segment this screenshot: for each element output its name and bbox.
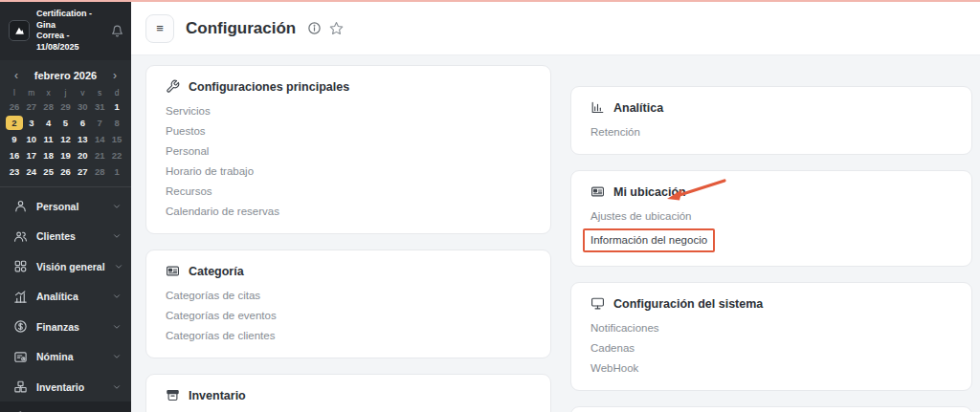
card-header: Inventario	[166, 388, 531, 402]
card-link[interactable]: Recursos	[166, 182, 531, 202]
card-link[interactable]: Servicios	[166, 101, 531, 121]
calendar-day[interactable]: 15	[108, 132, 125, 146]
calendar-day[interactable]: 26	[57, 164, 75, 179]
calendar-day[interactable]: 17	[23, 148, 40, 163]
calendar-month-label: febrero 2026	[34, 70, 97, 81]
calendar-day[interactable]: 30	[74, 99, 91, 114]
calendar-day[interactable]: 4	[40, 116, 57, 130]
calendar-day[interactable]: 31	[91, 99, 108, 114]
card-icon	[590, 184, 605, 199]
calendar-day[interactable]: 27	[74, 164, 91, 179]
sidebar-item-finanzas[interactable]: Finanzas	[0, 312, 131, 342]
calendar-day[interactable]: 3	[23, 116, 40, 130]
calendar-day[interactable]: 11	[40, 132, 57, 146]
info-icon[interactable]	[307, 21, 322, 35]
card-link[interactable]: Notificaciones	[590, 318, 952, 338]
sidebar-item-inventario[interactable]: Inventario	[0, 372, 131, 402]
calendar-day[interactable]: 19	[57, 148, 75, 163]
payroll-icon	[13, 350, 28, 364]
card-link[interactable]: Categorías de clientes	[166, 326, 531, 346]
sidebar-item-label: Analítica	[36, 291, 103, 302]
calendar-day[interactable]: 26	[6, 99, 23, 114]
chevron-down-icon	[112, 231, 122, 241]
brand-logo-icon	[9, 20, 30, 41]
calendar-day[interactable]: 27	[23, 99, 40, 114]
chevron-down-icon	[114, 262, 123, 271]
top-bar: ≡ Configuración	[131, 2, 980, 55]
card-link[interactable]: Ajustes de ubicación	[590, 206, 952, 227]
calendar-day[interactable]: 10	[23, 132, 40, 146]
card-analytics: AnalíticaRetención	[570, 86, 972, 155]
card-my-location: Mi ubicaciónAjustes de ubicaciónInformac…	[570, 170, 972, 267]
card-tools: Herramientas	[570, 406, 972, 412]
calendar-day[interactable]: 28	[40, 99, 57, 114]
card-link[interactable]: Cadenas	[590, 338, 952, 358]
card-link[interactable]: Retención	[590, 122, 952, 142]
card-link-highlighted[interactable]: Información del negocio	[583, 228, 715, 252]
calendar-day[interactable]: 13	[74, 132, 91, 146]
archive-icon	[166, 388, 180, 402]
card-link[interactable]: Categorías de eventos	[166, 306, 531, 326]
sidebar-item-nomina[interactable]: Nómina	[0, 341, 131, 372]
sidebar-item-reservas-en-linea[interactable]: Reservas en línea	[0, 401, 131, 412]
calendar-day[interactable]: 24	[23, 164, 40, 179]
calendar-day[interactable]: 20	[74, 148, 91, 163]
calendar-day[interactable]: 9	[6, 132, 23, 146]
app-window: Certification - Gina Correa - 11/08/2025…	[0, 0, 980, 412]
calendar-day[interactable]: 22	[108, 148, 125, 163]
calendar-day[interactable]: 1	[108, 164, 125, 179]
chevron-down-icon	[112, 322, 122, 332]
calendar-day[interactable]: 28	[91, 164, 108, 179]
card-header: Analítica	[590, 100, 952, 115]
mini-calendar: ‹ febrero 2026 › lmxjvsd 262728293031123…	[0, 60, 131, 187]
card-link[interactable]: Horario de trabajo	[166, 162, 531, 182]
calendar-dow-label: x	[40, 88, 57, 98]
card-title: Inventario	[189, 389, 246, 402]
calendar-day[interactable]: 18	[40, 148, 57, 163]
calendar-day[interactable]: 7	[91, 116, 108, 130]
card-link-list: Retención	[590, 122, 952, 142]
calendar-day-selected[interactable]: 2	[6, 116, 23, 130]
calendar-day[interactable]: 5	[57, 116, 75, 130]
calendar-day-headers: lmxjvsd	[6, 88, 125, 98]
finance-icon	[13, 319, 28, 334]
right-column: AnalíticaRetenciónMi ubicaciónAjustes de…	[570, 86, 972, 412]
calendar-day[interactable]: 12	[57, 132, 75, 146]
card-link[interactable]: Calendario de reservas	[166, 202, 531, 222]
sidebar-nav: PersonalClientesVisión generalAnalíticaF…	[0, 187, 131, 412]
calendar-day[interactable]: 8	[108, 116, 125, 130]
calendar-day[interactable]: 14	[91, 132, 108, 146]
card-main-settings: Configuraciones principalesServiciosPues…	[145, 65, 551, 234]
card-icon	[166, 264, 180, 278]
sidebar-item-vision-general[interactable]: Visión general	[0, 251, 131, 282]
chevron-down-icon	[112, 292, 122, 301]
overview-grid-icon	[13, 259, 28, 273]
card-header: Configuración del sistema	[590, 296, 952, 311]
calendar-day[interactable]: 6	[74, 116, 91, 130]
calendar-day[interactable]: 21	[91, 148, 108, 163]
calendar-day[interactable]: 25	[40, 164, 57, 179]
calendar-prev-button[interactable]: ‹	[11, 69, 21, 82]
calendar-next-button[interactable]: ›	[110, 69, 120, 82]
calendar-day[interactable]: 23	[6, 164, 23, 179]
bell-icon[interactable]	[111, 25, 123, 37]
sidebar-item-label: Nómina	[36, 351, 103, 362]
star-icon[interactable]	[329, 21, 344, 35]
calendar-dow-label: v	[74, 88, 91, 98]
sidebar-item-analitica[interactable]: Analítica	[0, 281, 131, 312]
card-link[interactable]: WebHook	[590, 358, 952, 379]
calendar-day[interactable]: 29	[57, 99, 75, 114]
card-link[interactable]: Personal	[166, 141, 531, 162]
card-link[interactable]: Puestos	[166, 121, 531, 141]
sidebar-item-personal[interactable]: Personal	[0, 191, 131, 222]
card-title: Configuraciones principales	[189, 80, 349, 94]
content-area: Configuraciones principalesServiciosPues…	[131, 55, 980, 412]
calendar-day[interactable]: 1	[108, 99, 125, 114]
sidebar-item-clientes[interactable]: Clientes	[0, 221, 131, 251]
menu-toggle-button[interactable]: ≡	[145, 14, 174, 43]
calendar-day[interactable]: 16	[6, 148, 23, 163]
card-link[interactable]: Categorías de citas	[166, 286, 531, 306]
card-title: Analítica	[613, 101, 663, 115]
monitor-icon	[590, 296, 605, 311]
account-switcher[interactable]: Certification - Gina Correa - 11/08/2025	[0, 2, 131, 60]
